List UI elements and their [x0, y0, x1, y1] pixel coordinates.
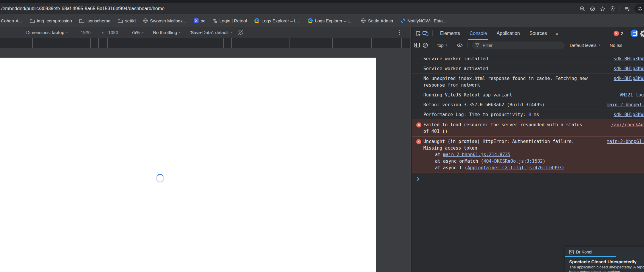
bookmark-label: Settld Admin — [368, 18, 393, 23]
filter-box[interactable] — [472, 42, 565, 49]
bookmark-label: Swoosh Mailbox... — [150, 18, 186, 23]
console-message: Retool version 3.357.0-b0b3ab2 (Build 31… — [412, 100, 644, 110]
devtools-panel: Elements Console Application Sources » ✕… — [412, 27, 644, 272]
issues-counter[interactable]: No Iss — [610, 43, 623, 48]
context-selector[interactable]: top▼ — [437, 43, 448, 48]
console-prompt-icon — [417, 177, 420, 181]
viewport-height-field[interactable]: 1080 — [108, 30, 118, 35]
tab-separator — [215, 38, 215, 48]
console-prompt[interactable] — [417, 177, 644, 182]
viewport-width-field[interactable]: 1920 — [81, 30, 91, 35]
stack-frame: at async T (AppContainer-CXIlJTqT.js:476… — [423, 165, 644, 171]
zoom-icon[interactable] — [580, 6, 585, 12]
inspect-element-icon[interactable] — [415, 31, 421, 36]
notification-popup[interactable]: Dr Konqi Spectacle Closed Unexpectedly T… — [565, 247, 644, 272]
google-icon — [308, 18, 313, 23]
source-link[interactable]: sdk-BHlp3hWk — [614, 111, 644, 118]
viewport-pane: Dimensions: laptop▼ 1920 × 1080 75%▼ No … — [0, 27, 410, 272]
console-sidebar-toggle-icon[interactable] — [414, 43, 420, 47]
source-link[interactable]: /api/checkAuth — [611, 122, 644, 128]
multiply-sign: × — [101, 30, 104, 35]
address-bar[interactable]: /embedded/public/30939efe-68af-4995-9a65… — [0, 3, 644, 14]
bookmark-item[interactable]: Cohen-A... — [1, 18, 22, 23]
throttling-label: No throttling — [153, 30, 177, 35]
stack-link[interactable]: 404-DKCSReOo.js:3:1532 — [484, 159, 543, 164]
notification-title: Spectacle Closed Unexpectedly — [569, 259, 644, 264]
notify-swirl-icon — [400, 18, 405, 23]
stack-link[interactable]: AppContainer-CXIlJTqT.js:476:124993 — [467, 165, 561, 170]
source-link[interactable]: main-2-bhnp61.j — [607, 138, 644, 145]
bookmark-item[interactable]: oc — [194, 18, 205, 23]
message-text: No unexpired index.html response found i… — [423, 75, 644, 88]
source-link[interactable]: sdk-BHlp3hWk — [614, 56, 644, 62]
bookmark-item[interactable]: NotifyNOW - Esta... — [400, 18, 446, 23]
retool-icon — [213, 19, 217, 23]
zoom-select[interactable]: 75%▼ — [131, 30, 144, 35]
source-link[interactable]: sdk-BHlp3hWk — [614, 65, 644, 72]
bookmark-item[interactable]: Logs Explorer – L... — [308, 18, 354, 23]
error-badge-icon: ✕ — [614, 31, 619, 36]
source-link[interactable]: VM221 log — [620, 92, 644, 98]
tab-separator — [231, 38, 232, 48]
device-toolbar-toggle-icon[interactable] — [422, 31, 429, 36]
filter-input[interactable] — [482, 42, 561, 48]
bookmark-label: img_compression — [37, 18, 72, 23]
chevron-down-icon: ▼ — [142, 31, 144, 34]
console-message: No unexpired index.html response found i… — [412, 74, 644, 90]
context-label: top — [437, 43, 444, 48]
tab-separator — [401, 38, 402, 48]
bookmark-label: oc — [201, 18, 205, 23]
window-top-strip — [0, 0, 644, 3]
more-tabs-icon[interactable]: » — [552, 31, 561, 36]
chevron-down-icon: ▼ — [179, 31, 181, 34]
message-text: Running ViteJS Retool app variant — [423, 92, 644, 98]
bookmark-item[interactable]: settld — [118, 18, 136, 23]
tab-console[interactable]: Console — [466, 27, 491, 40]
live-expression-eye-icon[interactable] — [457, 43, 463, 47]
notification-header: Dr Konqi — [569, 250, 644, 254]
log-levels-select[interactable]: Default levels▼ — [570, 43, 600, 48]
folder-icon — [30, 19, 35, 23]
devtools-resize-handle[interactable] — [410, 27, 412, 272]
bookmark-item[interactable]: Settld Admin — [361, 18, 393, 23]
media-playlist-icon[interactable] — [624, 6, 630, 11]
location-pin-icon[interactable] — [610, 6, 615, 12]
settings-gear-icon[interactable] — [640, 30, 644, 37]
url-text[interactable]: /embedded/public/30939efe-68af-4995-9a65… — [1, 6, 165, 11]
zoom-label: 75% — [131, 30, 140, 35]
console-message: Running ViteJS Retool app variant VM221 … — [412, 90, 644, 100]
tab-separator — [371, 38, 372, 48]
clear-console-icon[interactable] — [422, 42, 428, 48]
save-data-select[interactable]: 'Save-Data': default▼ — [190, 30, 233, 35]
source-link[interactable]: sdk-BHlp3hWk — [614, 75, 644, 82]
divider — [452, 42, 452, 48]
error-count: 2 — [621, 31, 623, 36]
tab-elements[interactable]: Elements — [436, 27, 464, 40]
bookmark-item[interactable]: jsonschema — [79, 18, 110, 23]
error-badge[interactable]: ✕ 2 — [614, 31, 623, 36]
message-text: Performance Log: Time to productivity: 0… — [423, 111, 644, 118]
extension-icon[interactable] — [631, 30, 638, 37]
tab-sources[interactable]: Sources — [526, 27, 551, 40]
device-toolbar: Dimensions: laptop▼ 1920 × 1080 75%▼ No … — [0, 27, 410, 38]
device-select[interactable]: Dimensions: laptop▼ — [26, 30, 68, 35]
bookmark-label: settld — [125, 18, 136, 23]
bookmark-item[interactable]: Login | Retool — [213, 18, 247, 23]
source-link[interactable]: main-2-bhnp61.j — [607, 102, 644, 108]
stack-frame: at main-2-bhnp61.js:214:8735 — [423, 151, 644, 158]
more-options-icon[interactable]: ⋮ — [397, 29, 402, 36]
bookmark-item[interactable]: Swoosh Mailbox... — [143, 18, 186, 23]
bookmark-item[interactable]: img_compression — [30, 18, 72, 23]
reader-eye-icon[interactable] — [590, 6, 595, 12]
profile-chip[interactable] — [634, 4, 644, 13]
bookmark-label: Logs Explorer – L... — [315, 18, 354, 23]
bookmark-star-icon[interactable] — [600, 6, 606, 12]
throttling-select[interactable]: No throttling▼ — [153, 30, 181, 35]
bookmark-item[interactable]: Logs Explorer – L... — [254, 18, 300, 23]
screen: { "browser": { "url": "/embedded/public/… — [0, 0, 644, 272]
divider — [432, 30, 433, 36]
stack-link[interactable]: main-2-bhnp61.js:214:8735 — [443, 152, 510, 157]
folder-icon — [79, 19, 84, 23]
tab-application[interactable]: Application — [493, 27, 524, 40]
divider — [620, 6, 620, 11]
